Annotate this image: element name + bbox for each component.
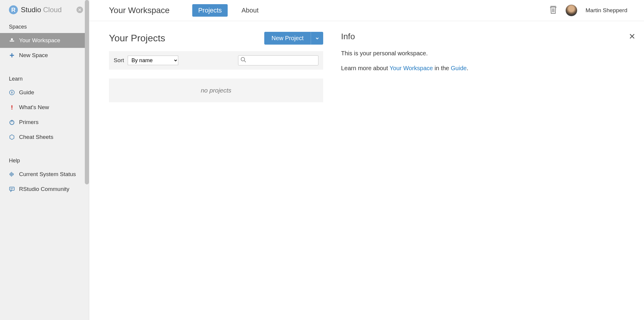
sidebar-scrollbar[interactable] xyxy=(85,0,89,184)
compass-icon xyxy=(9,90,15,95)
sidebar-item-label: Cheat Sheets xyxy=(19,134,53,140)
info-title: Info xyxy=(341,32,355,41)
hexagon-icon xyxy=(9,134,15,140)
projects-toolbar: Sort By name xyxy=(109,51,323,70)
new-project-button[interactable]: New Project xyxy=(264,32,311,45)
brand: R Studio Cloud xyxy=(0,0,89,20)
brand-logo-icon: R xyxy=(9,5,18,14)
main: Your Workspace Projects About Martin She… xyxy=(89,0,644,320)
trash-icon[interactable] xyxy=(549,5,557,15)
info-paragraph-1: This is your personal workspace. xyxy=(341,48,635,58)
svg-rect-3 xyxy=(11,105,12,108)
chevron-down-icon xyxy=(315,36,319,40)
info-paragraph-2: Learn more about Your Workspace in the G… xyxy=(341,63,635,73)
workspace-icon xyxy=(9,37,15,43)
sidebar-item-label: Your Workspace xyxy=(19,37,60,44)
exclamation-icon xyxy=(9,104,15,110)
close-icon xyxy=(629,33,635,39)
info-link-guide[interactable]: Guide xyxy=(451,65,467,71)
sidebar-item-guide[interactable]: Guide xyxy=(0,85,89,100)
workspace-title: Your Workspace xyxy=(109,6,170,15)
sidebar-item-label: Guide xyxy=(19,89,34,96)
sidebar-item-your-workspace[interactable]: Your Workspace xyxy=(0,33,89,48)
sidebar-item-label: What's New xyxy=(19,104,49,111)
pulse-icon xyxy=(9,171,15,177)
svg-point-0 xyxy=(11,38,13,40)
sidebar-item-label: Current System Status xyxy=(19,171,76,178)
username[interactable]: Martin Shepperd xyxy=(586,7,627,14)
sidebar-item-cheat-sheets[interactable]: Cheat Sheets xyxy=(0,130,89,145)
sidebar-item-rstudio-community[interactable]: RStudio Community xyxy=(0,182,89,197)
brand-name: Studio Cloud xyxy=(21,6,62,14)
svg-marker-7 xyxy=(10,135,14,139)
sidebar-collapse-button[interactable] xyxy=(76,7,83,13)
sidebar-item-label: New Space xyxy=(19,52,48,59)
svg-rect-8 xyxy=(10,187,14,190)
svg-rect-1 xyxy=(10,41,14,41)
info-close-button[interactable] xyxy=(629,32,635,41)
svg-line-15 xyxy=(244,61,246,62)
svg-rect-4 xyxy=(11,109,12,109)
info-body: This is your personal workspace. Learn m… xyxy=(341,48,635,73)
avatar[interactable] xyxy=(565,4,577,16)
sort-select[interactable]: By name xyxy=(128,56,178,65)
chat-icon xyxy=(9,186,15,192)
new-project-group: New Project xyxy=(264,32,323,45)
sidebar-item-label: Primers xyxy=(19,119,38,126)
search-icon xyxy=(240,57,246,64)
info-link-workspace[interactable]: Your Workspace xyxy=(390,65,433,71)
svg-point-14 xyxy=(241,57,245,61)
brand-name-light: Cloud xyxy=(43,6,62,14)
empty-projects-message: no projects xyxy=(109,79,323,102)
new-project-dropdown[interactable] xyxy=(311,32,323,45)
projects-title: Your Projects xyxy=(109,33,165,44)
sidebar-item-primers[interactable]: Primers xyxy=(0,115,89,130)
info-panel: Info This is your personal workspace. Le… xyxy=(341,32,635,102)
topbar: Your Workspace Projects About Martin She… xyxy=(89,0,644,21)
sidebar-section-help: Help xyxy=(0,153,89,167)
sidebar-section-learn: Learn xyxy=(0,72,89,85)
sidebar-item-whats-new[interactable]: What's New xyxy=(0,100,89,115)
sort-label: Sort xyxy=(114,57,124,64)
sidebar: R Studio Cloud Spaces Your Workspace New… xyxy=(0,0,89,320)
power-icon xyxy=(9,119,15,125)
sidebar-item-system-status[interactable]: Current System Status xyxy=(0,167,89,182)
sidebar-item-new-space[interactable]: New Space xyxy=(0,48,89,63)
sidebar-section-spaces: Spaces xyxy=(0,20,89,33)
plus-icon xyxy=(9,52,15,58)
projects-panel: Your Projects New Project Sort By name xyxy=(109,32,323,102)
brand-name-strong: Studio xyxy=(21,6,41,14)
search-input[interactable] xyxy=(238,55,318,65)
tab-projects[interactable]: Projects xyxy=(192,4,228,17)
sidebar-item-label: RStudio Community xyxy=(19,186,69,192)
tab-about[interactable]: About xyxy=(235,4,265,17)
